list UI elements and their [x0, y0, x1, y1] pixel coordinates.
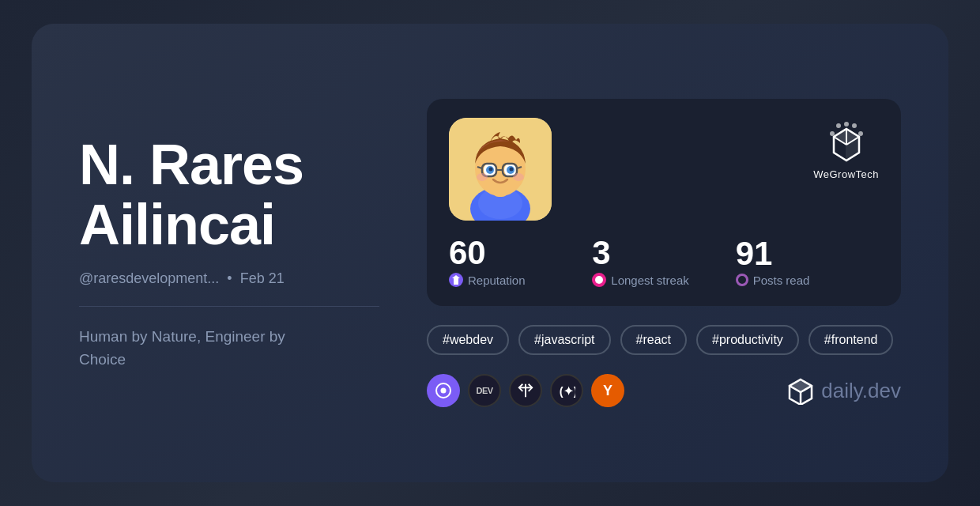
daily-text: daily.dev — [821, 379, 901, 403]
svg-point-30 — [595, 276, 603, 284]
svg-point-17 — [513, 173, 524, 181]
svg-point-18 — [837, 124, 840, 127]
posts-icon — [736, 274, 748, 286]
right-section: WeGrowTech 60 Reputation 3 — [427, 99, 901, 407]
devto-icon[interactable]: DEV — [468, 374, 501, 407]
user-meta: @raresdevelopment... • Feb 21 — [79, 270, 379, 287]
svg-point-14 — [489, 168, 493, 172]
social-row: DEV (✦) Y — [427, 374, 901, 407]
tag-javascript[interactable]: #javascript — [518, 325, 610, 355]
svg-point-21 — [831, 132, 834, 135]
posts-label: Posts read — [736, 274, 879, 287]
svg-point-16 — [477, 173, 488, 181]
meta-dot: • — [227, 270, 232, 287]
divider — [79, 306, 379, 307]
social-icons: DEV (✦) Y — [427, 374, 624, 407]
svg-marker-29 — [452, 275, 460, 285]
daily-brand: daily.dev — [786, 376, 901, 405]
svg-point-20 — [853, 124, 856, 127]
tags-section: #webdev #javascript #react #productivity… — [427, 325, 901, 355]
svg-marker-40 — [790, 380, 812, 392]
profile-card-container: N. Rares Ailincai @raresdevelopment... •… — [32, 24, 948, 482]
user-bio: Human by Nature, Engineer byChoice — [79, 326, 379, 371]
streak-value: 3 — [592, 236, 735, 270]
avatar — [449, 118, 552, 221]
tag-frontend[interactable]: #frontend — [808, 325, 894, 355]
tag-webdev[interactable]: #webdev — [427, 325, 509, 355]
reputation-icon — [449, 273, 463, 287]
hashnode-icon[interactable] — [427, 374, 460, 407]
brand-name: WeGrowTech — [813, 168, 879, 180]
posts-value: 91 — [736, 237, 879, 270]
svg-point-15 — [510, 168, 514, 172]
codepen-icon[interactable] — [509, 374, 542, 407]
profile-header: WeGrowTech — [449, 118, 879, 221]
user-handle: @raresdevelopment... — [79, 270, 219, 287]
profile-inner-card: WeGrowTech 60 Reputation 3 — [427, 99, 901, 306]
streak-label: Longest streak — [592, 273, 735, 287]
stat-reputation: 60 Reputation — [449, 236, 592, 287]
svg-point-19 — [845, 123, 848, 126]
fcc-icon[interactable]: (✦) — [550, 374, 583, 407]
svg-point-22 — [859, 132, 862, 135]
stats-row: 60 Reputation 3 Longest streak — [449, 236, 879, 287]
reputation-value: 60 — [449, 236, 592, 270]
streak-icon — [592, 273, 606, 287]
svg-text:(✦): (✦) — [560, 385, 575, 398]
tag-productivity[interactable]: #productivity — [696, 325, 799, 355]
left-section: N. Rares Ailincai @raresdevelopment... •… — [79, 135, 379, 371]
stat-posts: 91 Posts read — [736, 237, 879, 287]
svg-point-32 — [441, 388, 447, 394]
hn-icon[interactable]: Y — [591, 374, 624, 407]
user-name: N. Rares Ailincai — [79, 135, 379, 255]
reputation-label: Reputation — [449, 273, 592, 287]
brand-logo: WeGrowTech — [813, 118, 879, 180]
tag-react[interactable]: #react — [620, 325, 687, 355]
stat-streak: 3 Longest streak — [592, 236, 735, 287]
join-date: Feb 21 — [240, 270, 285, 287]
